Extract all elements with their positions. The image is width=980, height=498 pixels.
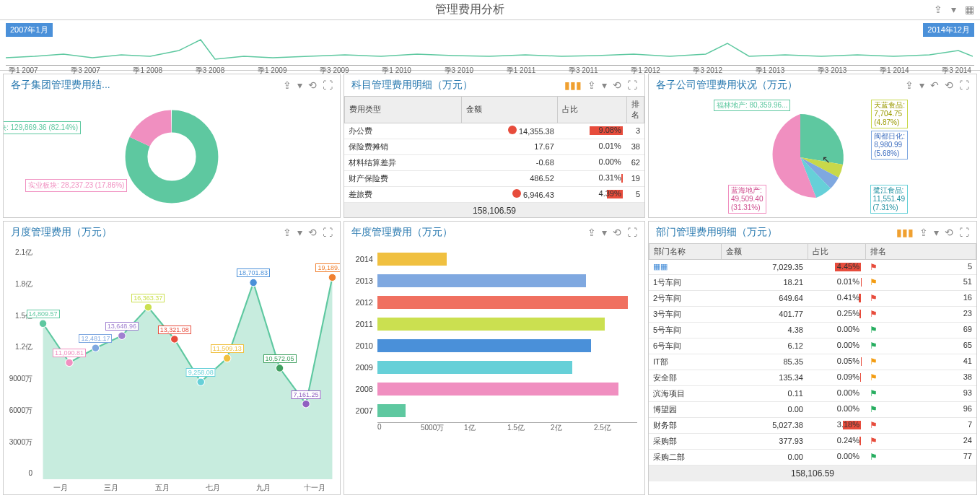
dept-table-body[interactable]: ▦▦7,029.354.45%⚑ 51号车间18.210.01%⚑ 512号车间… bbox=[649, 260, 976, 466]
expand-icon[interactable]: ⛶ bbox=[627, 79, 637, 91]
filter-icon[interactable]: ▾ bbox=[602, 79, 607, 91]
table-row[interactable]: IT部85.350.05%⚑ 41 bbox=[649, 354, 976, 370]
svg-point-4 bbox=[92, 344, 100, 352]
flag-icon: ⚑ bbox=[870, 325, 878, 335]
flag-icon: ⚑ bbox=[870, 404, 878, 414]
bar-row[interactable]: 2009 bbox=[349, 357, 637, 377]
dept-table[interactable]: 部门名称 金额 占比 排名 bbox=[649, 243, 976, 260]
table-row[interactable]: 材料结算差异 -0.680.00%62 bbox=[344, 154, 644, 170]
data-label: 9,258.08 bbox=[186, 368, 216, 377]
filter-icon[interactable]: ▾ bbox=[919, 79, 924, 91]
refresh-icon[interactable]: ⟲ bbox=[945, 79, 953, 91]
pie-slice-label: 福林地产: 80,359.96... bbox=[714, 100, 790, 111]
status-dot bbox=[512, 189, 521, 198]
table-row[interactable]: 6号车间6.120.00%⚑ 65 bbox=[649, 338, 976, 354]
pie-slice-label: 闽都日化:8,980.99(5.68%) bbox=[871, 131, 908, 160]
bar-row[interactable]: 2013 bbox=[349, 271, 637, 291]
svg-point-10 bbox=[250, 279, 258, 287]
refresh-icon[interactable]: ⟲ bbox=[613, 79, 621, 91]
table-row[interactable]: 财产保险费 486.520.31%19 bbox=[344, 170, 644, 186]
export-icon[interactable]: ⇪ bbox=[905, 79, 914, 91]
table-row[interactable]: 安全部135.340.09%⚑ 38 bbox=[649, 370, 976, 385]
table-row[interactable]: 2号车间649.640.41%⚑ 16 bbox=[649, 290, 976, 306]
export-icon[interactable]: ⇪ bbox=[587, 227, 596, 238]
svg-point-5 bbox=[118, 332, 126, 340]
bar-row[interactable]: 2007 bbox=[349, 401, 637, 421]
flag-icon: ⚑ bbox=[870, 341, 878, 351]
refresh-icon[interactable]: ⟲ bbox=[613, 227, 621, 238]
table-row[interactable]: ▦▦7,029.354.45%⚑ 5 bbox=[649, 260, 976, 275]
export-icon[interactable]: ⇪ bbox=[919, 227, 928, 238]
monthly-wrap: 2.1亿 1.8亿 1.5亿 1.2亿 9000万 6000万 3000万 0 … bbox=[4, 243, 340, 494]
table-row[interactable]: 保险费摊销 17.670.01%38 bbox=[344, 139, 644, 154]
panel-title: 各子公司管理费用状况（万元） bbox=[656, 79, 905, 92]
pie-slice-label: 蓝海地产:49,509.40(31.31%) bbox=[728, 185, 766, 214]
filter-icon[interactable]: ▾ bbox=[951, 4, 956, 15]
table-row[interactable]: 3号车间401.770.25%⚑ 23 bbox=[649, 306, 976, 322]
header-toolbar: ⇪ ▾ ▦ bbox=[934, 4, 974, 15]
panel-title: 各子集团管理费用结... bbox=[11, 79, 283, 92]
export-icon[interactable]: ⇪ bbox=[283, 79, 292, 91]
expand-icon[interactable]: ⛶ bbox=[323, 227, 333, 238]
bar-chart[interactable]: 20142013201220112010200920082007 05000万1… bbox=[344, 243, 644, 494]
flag-icon: ⚑ bbox=[870, 436, 878, 446]
bar-label: 2014 bbox=[349, 255, 377, 263]
line-chart[interactable]: 14,809.5711,090.8112,481.1713,648.9616,3… bbox=[35, 243, 340, 494]
table-row[interactable]: 5号车间4.380.00%⚑ 69 bbox=[649, 322, 976, 338]
export-icon[interactable]: ⇪ bbox=[934, 4, 942, 15]
bar-row[interactable]: 2012 bbox=[349, 292, 637, 313]
panel-company-status: 各子公司管理费用状况（万元） ⇪ ▾ ↶ ⟲ ⛶ bbox=[648, 74, 977, 218]
data-label: 13,321.08 bbox=[158, 326, 191, 334]
columns-icon[interactable]: ▮▮▮ bbox=[564, 79, 582, 91]
refresh-icon[interactable]: ⟲ bbox=[308, 227, 317, 238]
export-icon[interactable]: ⇪ bbox=[283, 227, 292, 238]
panel-dept-detail: 部门管理费用明细（万元） ▮▮▮ ⇪ ▾ ⟲ ⛶ 部门名称 金额 占比 排名 bbox=[648, 221, 977, 495]
filter-icon[interactable]: ▾ bbox=[297, 227, 302, 238]
panel-subject-detail: 科目管理费用明细（万元） ▮▮▮ ⇪ ▾ ⟲ ⛶ 费用类型 金额 占比 排名 bbox=[344, 74, 645, 218]
bar-row[interactable]: 2008 bbox=[349, 379, 637, 399]
timeline-selector[interactable]: 2007年1月 2014年12月 季1 2007季3 2007季1 2008季3… bbox=[0, 20, 980, 71]
svg-point-9 bbox=[223, 354, 231, 362]
table-row[interactable]: 办公费 14,355.389.08%3 bbox=[344, 123, 644, 139]
data-label: 16,363.37 bbox=[131, 294, 165, 302]
refresh-icon[interactable]: ⟲ bbox=[945, 227, 953, 238]
table-row[interactable]: 采购部377.930.24%⚑ 24 bbox=[649, 433, 976, 449]
columns-icon[interactable]: ▮▮▮ bbox=[896, 227, 914, 238]
expand-icon[interactable]: ⛶ bbox=[627, 227, 637, 238]
refresh-icon[interactable]: ⟲ bbox=[308, 79, 317, 91]
svg-point-8 bbox=[197, 378, 205, 386]
page-title: 管理费用分析 bbox=[6, 2, 934, 17]
table-row[interactable]: 财务部5,027.383.18%⚑ 7 bbox=[649, 417, 976, 433]
panel-yearly: 年度管理费用（万元） ⇪ ▾ ⟲ ⛶ 201420132012201120102… bbox=[344, 221, 645, 495]
svg-point-3 bbox=[66, 359, 74, 367]
bar-row[interactable]: 2011 bbox=[349, 314, 637, 334]
filter-icon[interactable]: ▾ bbox=[934, 227, 939, 238]
flag-icon: ⚑ bbox=[870, 277, 878, 287]
bar-label: 2012 bbox=[349, 298, 377, 307]
filter-icon[interactable]: ▾ bbox=[297, 79, 302, 91]
table-row[interactable]: 1号车间18.210.01%⚑ 51 bbox=[649, 274, 976, 290]
bar-row[interactable]: 2010 bbox=[349, 336, 637, 356]
cursor-icon: ↖ bbox=[822, 154, 831, 165]
timeline-start-label[interactable]: 2007年1月 bbox=[6, 23, 53, 37]
table-total: 158,106.59 bbox=[649, 466, 976, 481]
timeline-end-label[interactable]: 2014年12月 bbox=[923, 23, 974, 37]
flag-icon: ⚑ bbox=[870, 452, 878, 462]
pie-chart[interactable]: 福林地产: 80,359.96... 天蓝食品:7,704.75(4.87%) … bbox=[649, 96, 976, 217]
calendar-icon[interactable]: ▦ bbox=[965, 4, 974, 15]
subject-table-body[interactable]: 办公费 14,355.389.08%3保险费摊销 17.670.01%38材料结… bbox=[344, 123, 644, 203]
table-row[interactable]: 博望园0.000.00%⚑ 96 bbox=[649, 401, 976, 417]
table-row[interactable]: 采购二部0.000.00%⚑ 77 bbox=[649, 449, 976, 465]
export-icon[interactable]: ⇪ bbox=[587, 79, 596, 91]
table-row[interactable]: 差旅费 6,946.434.39%5 bbox=[344, 186, 644, 202]
bar-row[interactable]: 2014 bbox=[349, 249, 637, 269]
expand-icon[interactable]: ⛶ bbox=[323, 79, 333, 91]
table-row[interactable]: 滨海项目0.110.00%⚑ 93 bbox=[649, 385, 976, 401]
filter-icon[interactable]: ▾ bbox=[602, 227, 607, 238]
expand-icon[interactable]: ⛶ bbox=[959, 227, 969, 238]
donut-chart[interactable]: 地产板块: 129,869.36 (82.14%) 实业板块: 28,237.2… bbox=[4, 96, 340, 217]
expand-icon[interactable]: ⛶ bbox=[959, 79, 969, 91]
undo-icon[interactable]: ↶ bbox=[930, 79, 939, 91]
flag-icon: ⚑ bbox=[870, 372, 878, 383]
subject-table[interactable]: 费用类型 金额 占比 排名 bbox=[344, 96, 644, 123]
